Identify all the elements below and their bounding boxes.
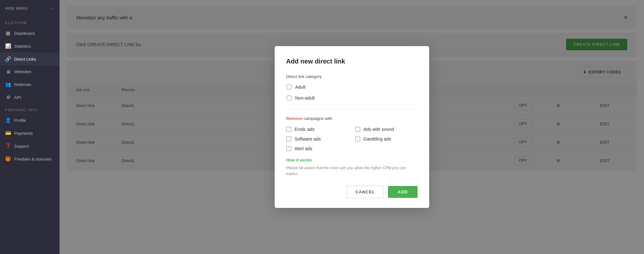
sidebar-item-statistics[interactable]: 📊 Statistics <box>0 40 60 53</box>
sidebar-item-label: Websites <box>14 69 31 74</box>
checkbox-gambling-box <box>355 136 360 142</box>
hide-menu-button[interactable]: HIDE MENU ← <box>0 0 60 17</box>
checkbox-software[interactable]: Software ads <box>286 136 349 142</box>
sidebar-item-label: Dashboard <box>14 31 35 36</box>
freebies-icon: 🎁 <box>5 156 11 162</box>
checkbox-gambling[interactable]: Gambling ads <box>355 136 418 142</box>
remove-label: Remove campaigns with <box>286 116 418 121</box>
how-it-works-desc: Please be aware that the more ads you al… <box>286 165 418 177</box>
websites-icon: 🖥 <box>5 69 11 74</box>
sidebar-item-support[interactable]: ❓ Support <box>0 140 60 152</box>
sidebar-item-referrals[interactable]: 👥 Referrals <box>0 78 60 91</box>
personal-info-section-label: PERSONAL INFO <box>0 104 60 114</box>
direct-links-icon: 🔗 <box>5 56 11 62</box>
hide-menu-label: HIDE MENU <box>5 6 28 10</box>
modal-title: Add new direct link <box>286 58 418 65</box>
sidebar-item-label: Support <box>14 144 29 149</box>
checkbox-sound-box <box>355 127 360 132</box>
checkbox-erotic-box <box>286 127 291 132</box>
category-label: Direct link category <box>286 74 418 79</box>
radio-non-adult[interactable]: Non-adult <box>286 95 418 101</box>
checkbox-software-label: Software ads <box>295 136 321 142</box>
platform-section-label: PLATFORM <box>0 17 60 27</box>
checkbox-gambling-label: Gambling ads <box>364 136 391 142</box>
radio-non-adult-label: Non-adult <box>295 95 315 101</box>
sidebar-item-websites[interactable]: 🖥 Websites <box>0 65 60 78</box>
payments-icon: 💳 <box>5 130 11 136</box>
how-it-works-label: How it works <box>286 158 418 162</box>
sidebar-item-label: Referrals <box>14 82 31 87</box>
remove-suffix: campaigns with <box>304 116 333 121</box>
sidebar-item-profile[interactable]: 👤 Profile <box>0 114 60 127</box>
radio-adult-circle <box>286 84 292 90</box>
sidebar-item-api[interactable]: ⚙ API <box>0 91 60 104</box>
sidebar-item-payments[interactable]: 💳 Payments <box>0 127 60 140</box>
add-new-direct-link-modal: Add new direct link Direct link category… <box>275 46 429 208</box>
add-button[interactable]: ADD <box>388 186 417 198</box>
modal-overlay: Add new direct link Direct link category… <box>60 0 644 254</box>
modal-actions: CANCEL ADD <box>286 186 418 198</box>
category-radio-group: Adult Non-adult <box>286 84 418 101</box>
checkbox-software-box <box>286 136 291 142</box>
sidebar-item-freebies[interactable]: 🎁 Freebies & bonuses <box>0 152 60 165</box>
radio-non-adult-circle <box>286 95 292 101</box>
checkbox-sound[interactable]: Ads with sound <box>355 127 418 132</box>
profile-icon: 👤 <box>5 117 11 123</box>
checkbox-sound-label: Ads with sound <box>364 127 394 132</box>
sidebar-item-direct-links[interactable]: 🔗 Direct Links <box>0 53 60 65</box>
radio-adult-label: Adult <box>295 84 306 90</box>
checkbox-erotic-label: Erotic ads <box>295 127 315 132</box>
cancel-button[interactable]: CANCEL <box>347 186 384 198</box>
dashboard-icon: ▦ <box>5 30 11 36</box>
main-content: Monetize any traffic with a ▾ Click CREA… <box>60 0 644 254</box>
checkbox-alert[interactable]: Alert ads <box>286 146 349 151</box>
divider <box>286 109 418 110</box>
checkbox-erotic[interactable]: Erotic ads <box>286 127 349 132</box>
sidebar-item-label: Statistics <box>14 44 31 49</box>
sidebar-item-label: Payments <box>14 131 33 136</box>
sidebar-item-label: API <box>14 95 21 100</box>
sidebar-item-dashboard[interactable]: ▦ Dashboard <box>0 27 60 40</box>
statistics-icon: 📊 <box>5 43 11 49</box>
referrals-icon: 👥 <box>5 82 11 87</box>
sidebar-item-label: Profile <box>14 118 26 123</box>
remove-word: Remove <box>286 116 303 121</box>
sidebar-item-label: Direct Links <box>14 57 36 62</box>
checkbox-alert-label: Alert ads <box>295 146 312 151</box>
checkbox-alert-box <box>286 146 291 151</box>
support-icon: ❓ <box>5 143 11 149</box>
radio-adult[interactable]: Adult <box>286 84 418 90</box>
api-icon: ⚙ <box>5 94 11 100</box>
sidebar: HIDE MENU ← PLATFORM ▦ Dashboard 📊 Stati… <box>0 0 60 254</box>
sidebar-item-label: Freebies & bonuses <box>14 157 52 161</box>
checkbox-grid: Erotic ads Ads with sound Software ads G… <box>286 127 418 151</box>
hide-menu-arrow-icon: ← <box>50 6 54 11</box>
